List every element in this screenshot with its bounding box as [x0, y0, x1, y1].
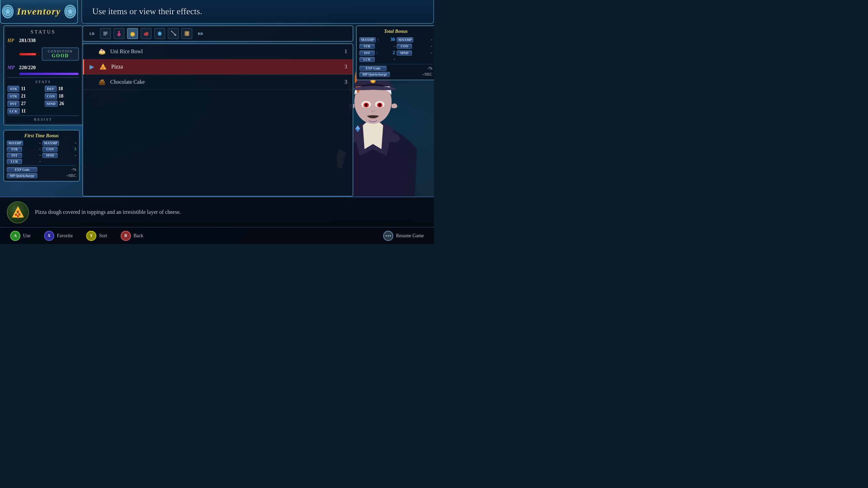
favorite-button[interactable]: X Favorite — [44, 231, 73, 241]
rb-button[interactable]: RB — [195, 28, 206, 39]
tb-int: INT ↑ 2 — [359, 50, 395, 56]
description-text: Use items or view their effects. — [92, 6, 202, 17]
svg-point-54 — [17, 212, 18, 214]
hp-row: HP 281/338 — [7, 38, 79, 43]
first-time-bonus-title: First Time Bonus — [7, 133, 76, 139]
tab-book[interactable] — [181, 28, 192, 39]
menu-button-icon — [383, 231, 393, 241]
sort-button[interactable]: Y Sort — [86, 231, 107, 241]
hp-bar-row: CONDITION GOOD — [7, 45, 79, 63]
x-button-icon: X — [44, 231, 54, 241]
bonus-lck-badge: LCK — [7, 159, 22, 164]
mp-bar-fill — [19, 73, 79, 75]
svg-rect-35 — [99, 82, 105, 82]
lck-value: 11 — [21, 108, 26, 114]
bonus-int: INT - — [7, 153, 41, 158]
mnd-badge: MND — [45, 101, 58, 107]
tb-con-val: - — [431, 44, 432, 49]
sort-label: Sort — [99, 233, 107, 239]
bonus-lck: LCK - — [7, 159, 41, 164]
item-list: Uni Rice Bowl 1 ▶ Pizza — [82, 43, 353, 197]
tab-needle[interactable] — [168, 28, 179, 39]
tb-lck-val: - — [394, 57, 395, 62]
svg-point-56 — [14, 216, 17, 217]
bonus-maxhp: MAXHP - — [7, 141, 41, 146]
tab-gem[interactable] — [154, 28, 165, 39]
back-button[interactable]: B Back — [121, 231, 143, 241]
item-chocolate-cake[interactable]: Chocolate Cake 3 — [83, 75, 353, 90]
maxhp-val: - — [39, 141, 41, 146]
svg-point-18 — [171, 31, 172, 32]
con-badge: CON — [45, 93, 57, 99]
tab-bar: LB — [82, 25, 353, 42]
pizza-arrow: ▶ — [90, 63, 95, 70]
resume-button[interactable]: Resume Game — [383, 231, 424, 241]
maxmp-badge: MAXMP — [42, 141, 59, 146]
first-time-bonus-panel: First Time Bonus MAXHP - MAXMP - STR - — [3, 130, 80, 182]
chocolate-cake-icon — [97, 77, 107, 87]
tb-con-badge: CON — [397, 44, 412, 49]
bonus-str-badge: STR — [7, 147, 22, 152]
tb-int-badge: INT — [359, 50, 375, 56]
mp-label: MP — [7, 65, 17, 70]
tb-maxhp-badge: MAXHP — [359, 37, 376, 42]
stat-mnd: MND 26 — [45, 101, 79, 107]
tb-maxmp-badge: MAXMP — [397, 37, 413, 42]
maxmp-val: - — [75, 141, 76, 146]
svg-point-28 — [102, 49, 103, 52]
hp-value: 281/338 — [19, 38, 36, 43]
svg-point-27 — [100, 49, 102, 52]
uni-rice-bowl-count: 1 — [337, 48, 347, 55]
bonus-con-badge: CON — [42, 147, 58, 152]
bonus-str: STR - — [7, 147, 41, 152]
resume-label: Resume Game — [396, 233, 424, 239]
bonus-mnd-val: - — [75, 153, 76, 158]
chocolate-cake-count: 3 — [337, 79, 347, 85]
ornament-right — [64, 5, 76, 18]
mp-quick-val: -/SEC — [66, 173, 76, 178]
tab-potion[interactable] — [114, 28, 124, 39]
tb-con: CON - — [397, 44, 432, 49]
tb-mp-quick-val: -/SEC — [422, 72, 432, 77]
int-badge: INT — [7, 101, 19, 107]
mp-value: 220/220 — [19, 65, 36, 70]
bonus-mnd: MND - — [42, 153, 76, 158]
use-button[interactable]: A Use — [10, 231, 31, 241]
ornament-left — [2, 5, 14, 18]
lck-badge: LCK — [7, 108, 20, 114]
atk-value: 11 — [21, 86, 25, 92]
page-title: Inventory — [17, 6, 61, 17]
condition-label: CONDITION — [45, 49, 76, 53]
stat-int: INT 27 — [7, 101, 42, 107]
hp-label: HP — [7, 38, 17, 43]
tb-mp-quick-badge: MP Quickcharge — [359, 72, 390, 77]
resist-label: RESIST — [7, 116, 79, 121]
condition-box: CONDITION GOOD — [42, 47, 79, 61]
tab-all-items[interactable] — [100, 28, 111, 39]
svg-point-30 — [104, 67, 105, 68]
tb-maxhp: MAXHP ↑ 30 — [359, 37, 395, 42]
svg-point-53 — [17, 215, 19, 217]
description-bar: Pizza dough covered in toppings and an i… — [0, 197, 434, 227]
item-pizza[interactable]: ▶ Pizza 3 — [83, 59, 353, 75]
maxhp-badge: MAXHP — [7, 141, 23, 146]
favorite-label: Favorite — [57, 233, 73, 239]
bonus-mp-quick: MP Quickcharge -/SEC — [7, 173, 76, 178]
pizza-icon — [98, 62, 108, 72]
tb-maxmp-val: - — [431, 37, 432, 42]
tb-mnd: MND - — [397, 50, 432, 56]
tb-mnd-badge: MND — [397, 50, 412, 56]
stat-lck: LCK 11 — [7, 108, 42, 114]
tab-food[interactable] — [127, 28, 138, 39]
bonus-con: CON 3 — [42, 147, 76, 152]
a-button-icon: A — [10, 231, 20, 241]
stats-divider — [7, 77, 79, 78]
use-label: Use — [23, 233, 31, 239]
tab-meat[interactable] — [141, 28, 152, 39]
desc-item-icon — [7, 201, 29, 223]
bonus-grid: MAXHP - MAXMP - STR - CON 3 — [7, 141, 76, 164]
svg-point-31 — [103, 68, 104, 69]
lb-button[interactable]: LB — [86, 28, 97, 39]
item-uni-rice-bowl[interactable]: Uni Rice Bowl 1 — [83, 44, 353, 59]
svg-point-7 — [117, 33, 121, 36]
